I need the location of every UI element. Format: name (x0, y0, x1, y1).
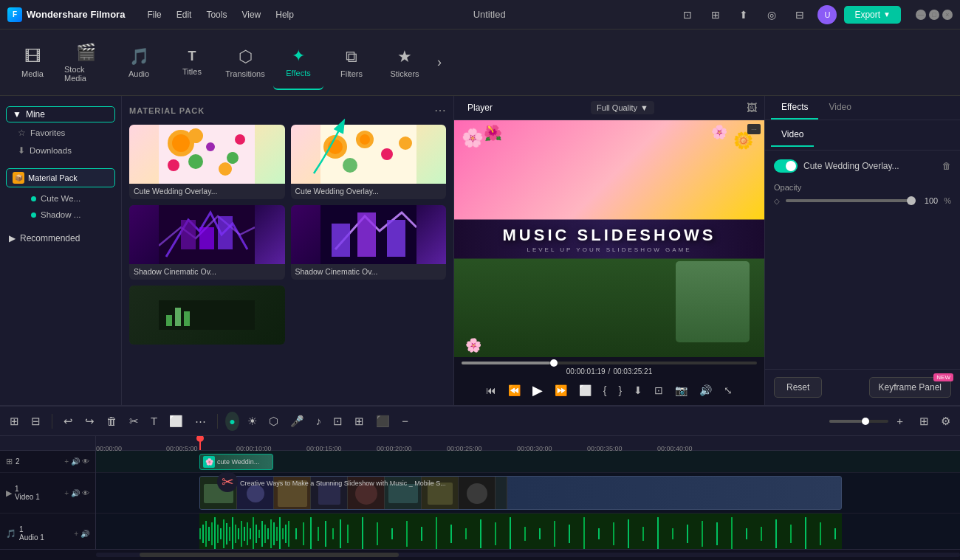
sidebar-cute-wedding[interactable]: Cute We... (0, 190, 121, 207)
tl-grid-icon[interactable]: ⊞ (916, 412, 933, 431)
video-clip[interactable]: Creative Ways to Make a Stunning Slidesh… (199, 476, 842, 510)
tl-cut-icon[interactable]: ✂ (126, 412, 143, 431)
tl-zoom-slider[interactable] (829, 420, 888, 423)
tl-settings-icon[interactable]: ⚙ (937, 412, 954, 431)
right-tab-video[interactable]: Video (818, 96, 861, 120)
audio-icon[interactable]: ◎ (761, 4, 782, 25)
menu-view[interactable]: View (234, 0, 268, 30)
delete-effect-icon[interactable]: 🗑 (942, 161, 951, 171)
tool-audio[interactable]: 🎵 Audio (114, 35, 164, 90)
crop-icon[interactable]: ⊡ (652, 382, 665, 398)
effect-card-cute-2[interactable]: Cute Wedding Overlay... (291, 125, 447, 199)
tl-text-icon[interactable]: T (147, 412, 161, 430)
tool-effects[interactable]: ✦ Effects (273, 35, 323, 90)
tl-crop-icon[interactable]: ⬜ (165, 412, 187, 431)
mark-in-icon[interactable]: { (601, 382, 609, 398)
effect-toggle[interactable] (774, 159, 798, 173)
tool-stock-media[interactable]: 🎬 Stock Media (61, 35, 111, 90)
preview-icon[interactable]: ⬜ (577, 382, 594, 398)
upload-icon[interactable]: ⬆ (733, 4, 754, 25)
video-add-icon[interactable]: + (64, 489, 69, 497)
tool-filters[interactable]: ⧉ Filters (326, 35, 377, 90)
effect-card-shadow-2[interactable]: Shadow Cinematic Ov... (291, 205, 447, 280)
sidebar-shadow[interactable]: Shadow ... (0, 207, 121, 223)
tl-magnet-icon[interactable]: ⊟ (27, 412, 44, 431)
export-button[interactable]: Export ▼ (844, 6, 901, 24)
tool-transitions[interactable]: ⬡ Transitions (220, 35, 270, 90)
svg-rect-79 (303, 522, 304, 545)
video-audio-icon[interactable]: 🔊 (71, 489, 80, 497)
tl-shield-icon[interactable]: ⬡ (265, 412, 282, 431)
maximize-button[interactable]: □ (929, 10, 939, 20)
keyframe-panel-button[interactable]: Keyframe Panel NEW (869, 377, 951, 398)
tl-split-icon[interactable]: ⊞ (351, 412, 368, 431)
tl-delete-icon[interactable]: 🗑 (103, 412, 121, 430)
sidebar-downloads[interactable]: ⬇ Downloads (0, 142, 121, 159)
snapshot-icon[interactable]: 🖼 (747, 102, 757, 114)
overlay-audio-icon[interactable]: 🔊 (71, 457, 80, 466)
tl-more-icon[interactable]: ⋯ (191, 412, 210, 431)
sidebar-mine-header[interactable]: ▼ Mine (6, 106, 115, 122)
menu-tools[interactable]: Tools (199, 0, 234, 30)
frame-back-button[interactable]: ⏪ (506, 382, 523, 398)
toolbar-more[interactable]: › (433, 55, 446, 70)
tl-transition-icon[interactable]: ⊡ (329, 412, 346, 431)
time-current: 00:00:01:19 (566, 367, 606, 376)
fullscreen-icon[interactable]: ⤡ (721, 382, 735, 398)
progress-bar[interactable] (462, 362, 757, 364)
snapshot-ctrl-icon[interactable]: 📷 (673, 382, 690, 398)
effect-card-green[interactable] (129, 286, 285, 345)
more-options-icon[interactable]: ⋯ (434, 103, 446, 117)
video-eye-icon[interactable]: 👁 (82, 489, 89, 497)
keyframe-diamond-icon[interactable]: ◇ (774, 197, 780, 205)
close-button[interactable]: × (942, 10, 953, 20)
opacity-slider[interactable] (786, 199, 911, 202)
right-tab-effects[interactable]: Effects (771, 96, 818, 120)
menu-file[interactable]: File (140, 0, 168, 30)
effect-card-cute-1[interactable]: Cute Wedding Overlay... (129, 125, 285, 199)
frame-forward-button[interactable]: ⏩ (552, 382, 569, 398)
overlay-add-icon[interactable]: + (64, 457, 69, 466)
menu-help[interactable]: Help (268, 0, 301, 30)
sidebar-material-pack[interactable]: 📦 Material Pack (6, 168, 115, 187)
reset-button[interactable]: Reset (774, 377, 822, 398)
svg-rect-54 (220, 528, 222, 539)
audio-volume-icon[interactable]: 🔊 (80, 530, 89, 538)
tl-brightness-icon[interactable]: ☀ (244, 412, 261, 431)
monitor-icon[interactable]: ⊡ (677, 4, 698, 25)
tl-redo-icon[interactable]: ↪ (81, 412, 98, 431)
tl-minus-icon[interactable]: − (398, 412, 412, 430)
svg-rect-92 (450, 525, 452, 543)
volume-icon[interactable]: 🔊 (697, 382, 714, 398)
tl-label-video: ▶ 1 Video 1 + 🔊 👁 (0, 473, 95, 514)
audio-add-icon[interactable]: + (74, 530, 78, 538)
avatar[interactable]: U (817, 5, 837, 24)
tool-stickers[interactable]: ★ Stickers (380, 35, 430, 90)
mark-out-icon[interactable]: } (617, 382, 625, 398)
tool-titles[interactable]: T Titles (167, 35, 217, 90)
quality-select[interactable]: Full Quality ▼ (591, 101, 654, 114)
tl-record-icon[interactable]: ● (225, 412, 239, 431)
tl-mic-icon[interactable]: 🎤 (287, 412, 308, 431)
minimize-button[interactable]: — (916, 10, 926, 20)
effect-card-shadow-1[interactable]: Shadow Cinematic Ov... (129, 205, 285, 280)
tl-layout-icon[interactable]: ⊞ (6, 412, 23, 431)
player-tab[interactable]: Player (462, 100, 498, 115)
tl-undo-icon[interactable]: ↩ (60, 412, 77, 431)
h-scrollbar[interactable] (96, 553, 960, 557)
sidebar-recommended[interactable]: ▶ Recommended (0, 229, 121, 248)
overlay-eye-icon[interactable]: 👁 (82, 457, 89, 466)
tl-plus-icon[interactable]: + (893, 412, 907, 430)
sidebar-favorites[interactable]: ☆ Favorites (0, 124, 121, 142)
step-back-button[interactable]: ⏮ (484, 382, 498, 398)
play-button[interactable]: ▶ (530, 380, 545, 401)
menu-edit[interactable]: Edit (169, 0, 199, 30)
apps-icon[interactable]: ⊟ (789, 4, 810, 25)
grid-icon[interactable]: ⊞ (705, 4, 726, 25)
right-sub-tab-video[interactable]: Video (771, 123, 814, 147)
insert-icon[interactable]: ⬇ (631, 382, 645, 398)
tl-pip-icon[interactable]: ⬛ (372, 412, 394, 431)
tl-audio-icon[interactable]: ♪ (312, 412, 326, 430)
tool-media[interactable]: 🎞 Media (7, 35, 58, 90)
overlay-clip[interactable]: 🌸 cute Weddin... (199, 454, 273, 470)
